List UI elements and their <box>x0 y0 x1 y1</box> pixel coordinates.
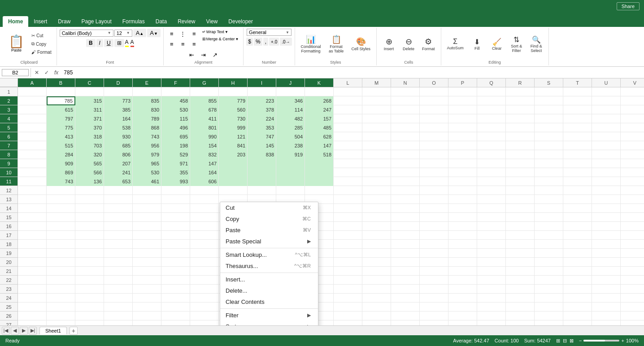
list-item[interactable] <box>592 276 621 285</box>
list-item[interactable]: 355 <box>161 168 190 177</box>
list-item[interactable]: 496 <box>161 123 190 132</box>
list-item[interactable] <box>535 240 563 249</box>
list-item[interactable]: 164 <box>104 114 133 123</box>
list-item[interactable] <box>75 267 104 276</box>
col-header-P[interactable]: P <box>448 78 477 87</box>
list-item[interactable] <box>506 320 535 325</box>
last-sheet-button[interactable]: ▶| <box>29 327 37 335</box>
list-item[interactable] <box>190 276 219 285</box>
list-item[interactable]: 779 <box>219 96 248 105</box>
row-header-18[interactable]: 18 <box>0 240 17 249</box>
list-item[interactable]: 930 <box>104 132 133 141</box>
col-header-V[interactable]: V <box>621 78 644 87</box>
list-item[interactable] <box>362 303 391 311</box>
list-item[interactable] <box>133 294 161 303</box>
list-item[interactable] <box>47 303 75 311</box>
list-item[interactable] <box>477 258 506 267</box>
cut-button[interactable]: ✂ Cut <box>29 32 54 39</box>
context-menu-item-paste[interactable]: Paste⌘V <box>220 225 318 236</box>
list-item[interactable] <box>535 159 563 168</box>
find-select-button[interactable]: 🔍 Find & Select <box>527 34 546 55</box>
name-box[interactable] <box>2 69 29 76</box>
list-item[interactable] <box>477 240 506 249</box>
list-item[interactable] <box>133 213 161 222</box>
list-item[interactable] <box>506 159 535 168</box>
list-item[interactable] <box>448 222 477 231</box>
list-item[interactable] <box>621 213 644 222</box>
col-header-N[interactable]: N <box>391 78 420 87</box>
list-item[interactable] <box>506 168 535 177</box>
list-item[interactable] <box>592 213 621 222</box>
list-item[interactable]: 223 <box>248 96 276 105</box>
list-item[interactable] <box>420 87 448 96</box>
list-item[interactable] <box>420 168 448 177</box>
list-item[interactable] <box>563 150 592 159</box>
list-item[interactable] <box>18 231 47 240</box>
list-item[interactable] <box>506 132 535 141</box>
list-item[interactable] <box>362 320 391 325</box>
list-item[interactable] <box>248 168 276 177</box>
list-item[interactable]: 378 <box>248 105 276 114</box>
list-item[interactable] <box>420 303 448 311</box>
list-item[interactable] <box>535 177 563 186</box>
list-item[interactable]: 538 <box>104 123 133 132</box>
list-item[interactable] <box>305 87 334 96</box>
col-header-D[interactable]: D <box>104 78 133 87</box>
list-item[interactable] <box>47 276 75 285</box>
list-item[interactable] <box>535 204 563 213</box>
row-header-22[interactable]: 22 <box>0 276 17 285</box>
list-item[interactable] <box>133 258 161 267</box>
sort-filter-button[interactable]: ⇅ Sort & Filter <box>507 34 526 55</box>
list-item[interactable]: 979 <box>133 150 161 159</box>
list-item[interactable] <box>362 132 391 141</box>
list-item[interactable] <box>334 195 362 204</box>
list-item[interactable] <box>448 159 477 168</box>
list-item[interactable]: 560 <box>219 105 248 114</box>
list-item[interactable] <box>75 195 104 204</box>
list-item[interactable] <box>334 150 362 159</box>
list-item[interactable]: 518 <box>305 150 334 159</box>
list-item[interactable] <box>18 195 47 204</box>
col-header-J[interactable]: J <box>276 78 305 87</box>
list-item[interactable] <box>391 267 420 276</box>
list-item[interactable] <box>621 204 644 213</box>
list-item[interactable] <box>563 249 592 258</box>
list-item[interactable] <box>18 150 47 159</box>
number-format-dropdown[interactable]: General ▼ <box>247 29 292 36</box>
col-header-Q[interactable]: Q <box>477 78 506 87</box>
list-item[interactable] <box>391 177 420 186</box>
cancel-formula-button[interactable]: ✕ <box>33 69 41 76</box>
list-item[interactable] <box>563 213 592 222</box>
clear-button[interactable]: 🧹 Clear <box>487 36 506 52</box>
list-item[interactable] <box>448 177 477 186</box>
list-item[interactable] <box>75 276 104 285</box>
list-item[interactable]: 164 <box>190 168 219 177</box>
fill-button[interactable]: ⬇ Fill <box>468 36 487 52</box>
col-header-F[interactable]: F <box>161 78 190 87</box>
list-item[interactable] <box>621 231 644 240</box>
list-item[interactable] <box>448 267 477 276</box>
list-item[interactable] <box>133 303 161 311</box>
list-item[interactable] <box>420 285 448 294</box>
list-item[interactable] <box>563 320 592 325</box>
list-item[interactable] <box>161 186 190 195</box>
list-item[interactable] <box>75 213 104 222</box>
list-item[interactable] <box>362 186 391 195</box>
list-item[interactable]: 411 <box>190 114 219 123</box>
list-item[interactable] <box>621 123 644 132</box>
list-item[interactable] <box>47 294 75 303</box>
list-item[interactable] <box>448 213 477 222</box>
list-item[interactable] <box>506 177 535 186</box>
list-item[interactable] <box>563 303 592 311</box>
list-item[interactable] <box>535 303 563 311</box>
list-item[interactable]: 385 <box>104 105 133 114</box>
row-header-2[interactable]: 2 <box>0 96 17 105</box>
list-item[interactable] <box>506 204 535 213</box>
list-item[interactable] <box>391 123 420 132</box>
list-item[interactable] <box>334 114 362 123</box>
col-header-S[interactable]: S <box>535 78 563 87</box>
list-item[interactable] <box>334 96 362 105</box>
tab-home[interactable]: Home <box>3 16 28 27</box>
list-item[interactable] <box>161 267 190 276</box>
list-item[interactable]: 773 <box>104 96 133 105</box>
